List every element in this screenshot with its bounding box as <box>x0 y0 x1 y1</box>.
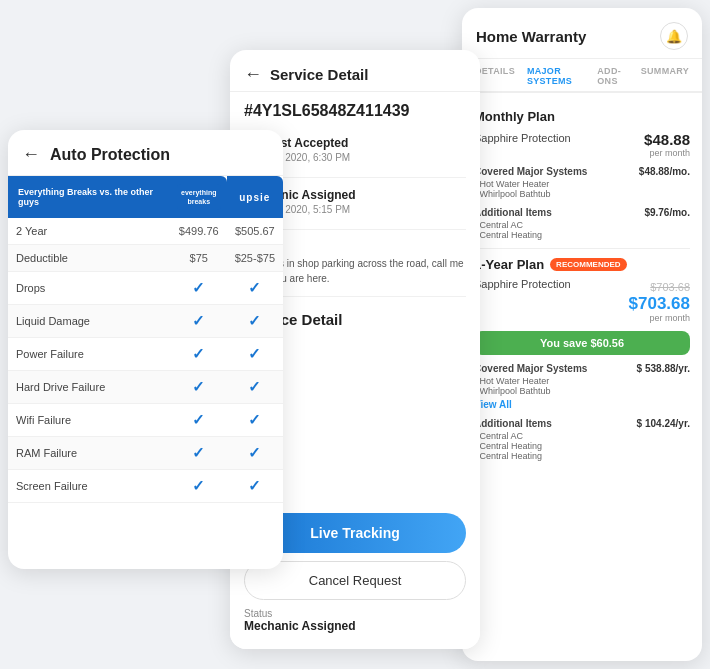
hw-body: Monthly Plan Sapphire Protection $48.88 … <box>462 93 702 661</box>
ap-row-label: Hard Drive Failure <box>8 371 171 404</box>
ap-row-label: Liquid Damage <box>8 305 171 338</box>
ap-table-row: RAM Failure✓✓ <box>8 437 283 470</box>
ap-row-label: Screen Failure <box>8 470 171 503</box>
ap-row-label: Wifi Failure <box>8 404 171 437</box>
ap-comparison-table: Everything Breaks vs. the other guys eve… <box>8 176 283 503</box>
sd-header: ← Service Detail <box>230 50 480 92</box>
ap-row-col2: ✓ <box>171 272 227 305</box>
check-icon: ✓ <box>248 444 261 461</box>
hw-tabs: Details MAJOR SYSTEMS ADD-ONS SUMMARY <box>462 59 702 93</box>
monthly-protection-price: $48.88 per month <box>644 132 690 158</box>
monthly-covered-item-1: - Hot Water Heater <box>474 179 690 189</box>
hw-header: Home Warranty 🔔 <box>462 8 702 59</box>
cancel-request-button[interactable]: Cancel Request <box>244 561 466 600</box>
monthly-covered-item-2: - Whirlpool Bathtub <box>474 189 690 199</box>
monthly-additional-title: Additional Items $9.76/mo. <box>474 207 690 218</box>
ap-row-label: RAM Failure <box>8 437 171 470</box>
check-icon: ✓ <box>192 345 205 362</box>
monthly-plan-title: Monthly Plan <box>474 109 690 124</box>
ap-row-col3: ✓ <box>227 272 283 305</box>
check-icon: ✓ <box>248 279 261 296</box>
monthly-additional-item-2: - Central Heating <box>474 230 690 240</box>
auto-protection-card: ← Auto Protection Everything Breaks vs. … <box>8 130 283 569</box>
col-header-label: Everything Breaks vs. the other guys <box>8 176 171 218</box>
monthly-protection-row: Sapphire Protection $48.88 per month <box>474 132 690 158</box>
status-label: Status <box>244 608 466 619</box>
ap-table-row: Wifi Failure✓✓ <box>8 404 283 437</box>
ap-table-row: Drops✓✓ <box>8 272 283 305</box>
ap-row-label: Deductible <box>8 245 171 272</box>
ap-row-col2: ✓ <box>171 404 227 437</box>
ap-row-col3: ✓ <box>227 437 283 470</box>
yearly-covered-title: Covered Major Systems $ 538.88/yr. <box>474 363 690 374</box>
sd-back-button[interactable]: ← <box>244 64 262 85</box>
ap-row-col2: $75 <box>171 245 227 272</box>
ap-row-label: Drops <box>8 272 171 305</box>
ap-row-col2: ✓ <box>171 470 227 503</box>
check-icon: ✓ <box>192 477 205 494</box>
bell-icon[interactable]: 🔔 <box>660 22 688 50</box>
save-box: You save $60.56 <box>474 331 690 355</box>
ap-title: Auto Protection <box>50 146 170 164</box>
ap-header: ← Auto Protection <box>8 130 283 176</box>
ap-row-col2: ✓ <box>171 305 227 338</box>
ap-table-row: Power Failure✓✓ <box>8 338 283 371</box>
ap-row-col3: ✓ <box>227 404 283 437</box>
ap-row-col2: ✓ <box>171 338 227 371</box>
yearly-protection-price: $703.68 $703.68 per month <box>629 278 690 323</box>
yearly-covered-item-2: - Whirlpool Bathtub <box>474 386 690 396</box>
ap-row-col3: ✓ <box>227 470 283 503</box>
ap-row-col3: $505.67 <box>227 218 283 245</box>
status-value: Mechanic Assigned <box>244 619 466 633</box>
check-icon: ✓ <box>192 378 205 395</box>
ap-row-col3: $25-$75 <box>227 245 283 272</box>
check-icon: ✓ <box>192 444 205 461</box>
ap-table-row: Hard Drive Failure✓✓ <box>8 371 283 404</box>
tab-major-systems[interactable]: MAJOR SYSTEMS <box>524 59 588 93</box>
ap-row-col2: ✓ <box>171 437 227 470</box>
check-icon: ✓ <box>248 477 261 494</box>
check-icon: ✓ <box>192 279 205 296</box>
tab-summary[interactable]: SUMMARY <box>638 59 692 93</box>
yearly-plan-label: 1-Year Plan <box>474 257 544 272</box>
ap-row-label: 2 Year <box>8 218 171 245</box>
ap-table-row: Liquid Damage✓✓ <box>8 305 283 338</box>
view-all-link[interactable]: View All <box>474 399 690 410</box>
yearly-additional-item-3: - Central Heating <box>474 451 690 461</box>
ap-row-col2: $499.76 <box>171 218 227 245</box>
monthly-additional-item-1: - Central AC <box>474 220 690 230</box>
check-icon: ✓ <box>192 411 205 428</box>
yearly-additional-item-2: - Central Heating <box>474 441 690 451</box>
yearly-additional-item-1: - Central AC <box>474 431 690 441</box>
sd-title: Service Detail <box>270 66 368 83</box>
ap-row-col2: ✓ <box>171 371 227 404</box>
ap-row-label: Power Failure <box>8 338 171 371</box>
yearly-protection-row: Sapphire Protection $703.68 $703.68 per … <box>474 278 690 323</box>
yearly-protection-label: Sapphire Protection <box>474 278 571 290</box>
ap-table-row: Deductible$75$25-$75 <box>8 245 283 272</box>
col-header-eb: everythingbreaks <box>171 176 227 218</box>
yearly-plan-header: 1-Year Plan Recommended <box>474 257 690 272</box>
ap-table-row: 2 Year$499.76$505.67 <box>8 218 283 245</box>
check-icon: ✓ <box>248 312 261 329</box>
check-icon: ✓ <box>192 312 205 329</box>
eb-logo: everythingbreaks <box>177 184 221 210</box>
service-id: #4Y1SL65848Z411439 <box>230 92 480 126</box>
hw-title: Home Warranty <box>476 28 586 45</box>
ap-table-row: Screen Failure✓✓ <box>8 470 283 503</box>
check-icon: ✓ <box>248 378 261 395</box>
col-header-upsie: upsie <box>227 176 283 218</box>
monthly-covered-title: Covered Major Systems $48.88/mo. <box>474 166 690 177</box>
ap-back-button[interactable]: ← <box>22 144 40 165</box>
check-icon: ✓ <box>248 411 261 428</box>
ap-row-col3: ✓ <box>227 305 283 338</box>
yearly-additional-title: Additional Items $ 104.24/yr. <box>474 418 690 429</box>
yearly-covered-item-1: - Hot Water Heater <box>474 376 690 386</box>
check-icon: ✓ <box>248 345 261 362</box>
monthly-protection-label: Sapphire Protection <box>474 132 571 144</box>
ap-row-col3: ✓ <box>227 371 283 404</box>
tab-addons[interactable]: ADD-ONS <box>594 59 631 93</box>
home-warranty-card: Home Warranty 🔔 Details MAJOR SYSTEMS AD… <box>462 8 702 661</box>
recommended-badge: Recommended <box>550 258 626 271</box>
ap-row-col3: ✓ <box>227 338 283 371</box>
